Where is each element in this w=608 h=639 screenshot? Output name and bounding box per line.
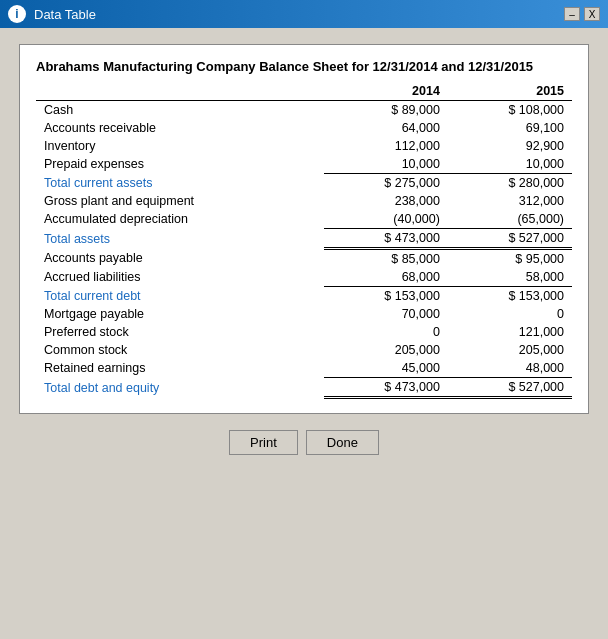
row-label: Gross plant and equipment [36, 192, 324, 210]
row-val-2015: $ 527,000 [448, 229, 572, 249]
close-button[interactable]: X [584, 7, 600, 21]
balance-sheet-table: 2014 2015 Cash$ 89,000$ 108,000Accounts … [36, 82, 572, 399]
row-val-2015: $ 153,000 [448, 287, 572, 306]
main-content: Abrahams Manufacturing Company Balance S… [0, 28, 608, 639]
row-label: Preferred stock [36, 323, 324, 341]
table-row: Prepaid expenses10,00010,000 [36, 155, 572, 174]
header-label-col [36, 82, 324, 101]
table-row: Accrued liabilities68,00058,000 [36, 268, 572, 287]
row-label: Retained earnings [36, 359, 324, 378]
table-row: Total assets$ 473,000$ 527,000 [36, 229, 572, 249]
row-val-2015: 205,000 [448, 341, 572, 359]
row-val-2014: $ 473,000 [324, 378, 448, 398]
header-2014: 2014 [324, 82, 448, 101]
row-val-2014: 64,000 [324, 119, 448, 137]
row-val-2015: 92,900 [448, 137, 572, 155]
row-val-2015: 312,000 [448, 192, 572, 210]
row-label: Common stock [36, 341, 324, 359]
info-icon: i [8, 5, 26, 23]
table-row: Mortgage payable70,0000 [36, 305, 572, 323]
row-val-2014: $ 89,000 [324, 101, 448, 120]
row-val-2015: 10,000 [448, 155, 572, 174]
done-button[interactable]: Done [306, 430, 379, 455]
row-label: Accumulated depreciation [36, 210, 324, 229]
row-val-2015: $ 527,000 [448, 378, 572, 398]
table-row: Cash$ 89,000$ 108,000 [36, 101, 572, 120]
row-label: Total current debt [36, 287, 324, 306]
row-label: Total assets [36, 229, 324, 249]
row-label: Accrued liabilities [36, 268, 324, 287]
table-row: Preferred stock0121,000 [36, 323, 572, 341]
row-val-2015: 121,000 [448, 323, 572, 341]
row-val-2014: 10,000 [324, 155, 448, 174]
row-val-2014: 238,000 [324, 192, 448, 210]
table-row: Retained earnings45,00048,000 [36, 359, 572, 378]
window-title: Data Table [34, 7, 96, 22]
row-val-2014: 112,000 [324, 137, 448, 155]
table-row: Accumulated depreciation(40,000)(65,000) [36, 210, 572, 229]
row-val-2014: 0 [324, 323, 448, 341]
table-row: Accounts payable$ 85,000$ 95,000 [36, 249, 572, 269]
row-val-2014: $ 153,000 [324, 287, 448, 306]
table-row: Total debt and equity$ 473,000$ 527,000 [36, 378, 572, 398]
row-val-2014: $ 85,000 [324, 249, 448, 269]
row-val-2014: 68,000 [324, 268, 448, 287]
button-row: Print Done [229, 430, 379, 455]
table-header-row: 2014 2015 [36, 82, 572, 101]
minimize-button[interactable]: – [564, 7, 580, 21]
table-row: Common stock205,000205,000 [36, 341, 572, 359]
title-bar-left: i Data Table [8, 5, 96, 23]
row-val-2015: 69,100 [448, 119, 572, 137]
title-bar: i Data Table – X [0, 0, 608, 28]
table-title: Abrahams Manufacturing Company Balance S… [36, 59, 572, 74]
row-val-2015: 0 [448, 305, 572, 323]
row-val-2014: $ 473,000 [324, 229, 448, 249]
table-container: Abrahams Manufacturing Company Balance S… [19, 44, 589, 414]
row-val-2015: $ 108,000 [448, 101, 572, 120]
row-label: Accounts payable [36, 249, 324, 269]
row-label: Mortgage payable [36, 305, 324, 323]
row-label: Prepaid expenses [36, 155, 324, 174]
row-val-2015: 48,000 [448, 359, 572, 378]
row-val-2014: 205,000 [324, 341, 448, 359]
row-label: Accounts receivable [36, 119, 324, 137]
row-label: Total debt and equity [36, 378, 324, 398]
row-val-2015: 58,000 [448, 268, 572, 287]
print-button[interactable]: Print [229, 430, 298, 455]
row-val-2015: $ 95,000 [448, 249, 572, 269]
row-label: Inventory [36, 137, 324, 155]
title-bar-controls: – X [564, 7, 600, 21]
row-val-2014: (40,000) [324, 210, 448, 229]
row-val-2014: 70,000 [324, 305, 448, 323]
row-val-2014: 45,000 [324, 359, 448, 378]
row-val-2015: (65,000) [448, 210, 572, 229]
row-val-2014: $ 275,000 [324, 174, 448, 193]
table-row: Inventory112,00092,900 [36, 137, 572, 155]
row-label: Total current assets [36, 174, 324, 193]
table-row: Gross plant and equipment238,000312,000 [36, 192, 572, 210]
table-row: Total current assets$ 275,000$ 280,000 [36, 174, 572, 193]
header-2015: 2015 [448, 82, 572, 101]
table-row: Accounts receivable64,00069,100 [36, 119, 572, 137]
row-val-2015: $ 280,000 [448, 174, 572, 193]
row-label: Cash [36, 101, 324, 120]
table-row: Total current debt$ 153,000$ 153,000 [36, 287, 572, 306]
